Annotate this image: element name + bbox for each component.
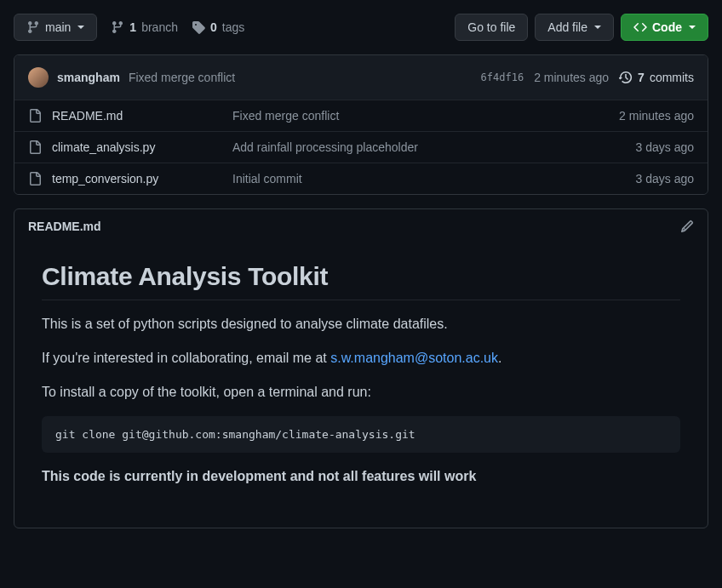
file-row: temp_conversion.py Initial commit 3 days…	[14, 163, 708, 194]
branch-name: main	[45, 19, 71, 36]
readme-p2: If you're interested in collaborating, e…	[42, 348, 680, 368]
branches-link[interactable]: 1 branch	[111, 20, 178, 34]
file-link[interactable]: README.md	[52, 109, 123, 123]
file-commit-message[interactable]: Initial commit	[232, 172, 636, 186]
commit-sha[interactable]: 6f4df16	[481, 71, 524, 83]
latest-commit-info: smangham Fixed merge conflict	[28, 67, 235, 88]
file-commit-message[interactable]: Add rainfall processing placeholder	[232, 140, 636, 154]
commits-link[interactable]: 7 commits	[619, 71, 694, 84]
readme-p1: This is a set of python scripts designed…	[42, 314, 680, 334]
readme-p2-prefix: If you're interested in collaborating, e…	[42, 351, 330, 365]
file-time: 3 days ago	[636, 140, 695, 154]
add-file-label: Add file	[547, 19, 587, 36]
tag-icon	[192, 20, 205, 34]
toolbar-left: main 1 branch 0 tags	[14, 14, 244, 41]
branches-label: branch	[141, 20, 178, 34]
commit-time: 2 minutes ago	[534, 71, 609, 84]
file-time: 2 minutes ago	[619, 109, 694, 123]
file-link[interactable]: temp_conversion.py	[52, 172, 158, 186]
pencil-icon	[680, 220, 694, 233]
file-listing: smangham Fixed merge conflict 6f4df16 2 …	[14, 54, 708, 195]
tags-label: tags	[222, 20, 244, 34]
file-icon	[28, 140, 42, 154]
file-link[interactable]: climate_analysis.py	[52, 140, 155, 154]
branch-icon	[26, 20, 40, 34]
readme-p4: This code is currently in development an…	[42, 466, 680, 487]
caret-down-icon	[77, 26, 84, 29]
branches-count: 1	[129, 20, 136, 34]
repo-toolbar: main 1 branch 0 tags Go to file Add file…	[14, 14, 708, 41]
file-row: climate_analysis.py Add rainfall process…	[14, 132, 708, 163]
caret-down-icon	[594, 26, 601, 29]
file-time: 3 days ago	[636, 172, 695, 186]
readme-box: README.md Climate Analysis Toolkit This …	[14, 208, 708, 528]
code-label: Code	[652, 19, 682, 36]
history-icon	[619, 71, 633, 84]
go-to-file-label: Go to file	[467, 19, 515, 36]
readme-p3: To install a copy of the toolkit, open a…	[42, 382, 680, 402]
avatar[interactable]	[28, 67, 49, 88]
tags-count: 0	[210, 20, 217, 34]
readme-filename[interactable]: README.md	[28, 220, 101, 233]
code-icon	[633, 20, 647, 34]
latest-commit-row: smangham Fixed merge conflict 6f4df16 2 …	[14, 55, 708, 100]
branch-icon	[111, 20, 124, 34]
commit-message[interactable]: Fixed merge conflict	[129, 71, 235, 84]
commits-count: 7	[638, 71, 645, 84]
add-file-button[interactable]: Add file	[535, 14, 614, 41]
tags-link[interactable]: 0 tags	[192, 20, 244, 34]
commit-author[interactable]: smangham	[57, 71, 120, 84]
file-row: README.md Fixed merge conflict 2 minutes…	[14, 100, 708, 132]
readme-content: Climate Analysis Toolkit This is a set o…	[14, 243, 708, 528]
caret-down-icon	[689, 26, 696, 29]
readme-code-block: git clone git@github.com:smangham/climat…	[42, 416, 680, 453]
file-commit-message[interactable]: Fixed merge conflict	[232, 109, 619, 123]
go-to-file-button[interactable]: Go to file	[455, 14, 528, 41]
toolbar-right: Go to file Add file Code	[455, 14, 708, 41]
file-icon	[28, 172, 42, 186]
code-button[interactable]: Code	[621, 14, 708, 41]
branch-select-button[interactable]: main	[14, 14, 97, 41]
file-icon	[28, 109, 42, 123]
readme-email-link[interactable]: s.w.mangham@soton.ac.uk	[330, 351, 498, 365]
latest-commit-meta: 6f4df16 2 minutes ago 7 commits	[481, 71, 694, 84]
readme-p2-suffix: .	[498, 351, 501, 365]
commits-label: commits	[650, 71, 694, 84]
readme-h1: Climate Analysis Toolkit	[42, 262, 680, 300]
readme-header: README.md	[14, 209, 708, 243]
edit-button[interactable]	[680, 220, 694, 233]
